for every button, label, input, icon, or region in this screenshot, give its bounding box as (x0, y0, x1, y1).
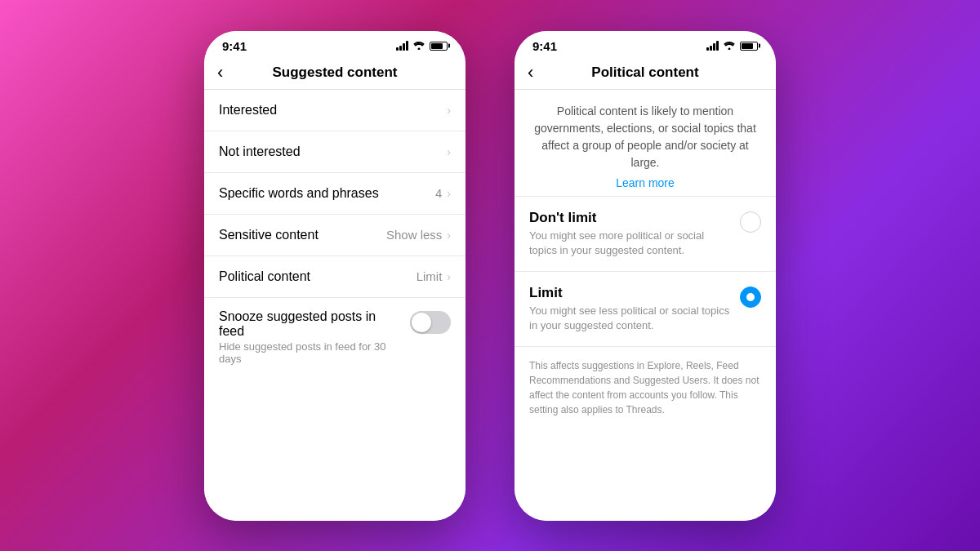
menu-value-sensitive: Show less (386, 228, 442, 242)
menu-item-specific-words[interactable]: Specific words and phrases 4 › (204, 173, 466, 215)
menu-label-interested: Interested (219, 103, 277, 118)
menu-right-not-interested: › (447, 145, 451, 158)
nav-title-1: Suggested content (272, 64, 397, 81)
chevron-icon-not-interested: › (447, 145, 451, 158)
chevron-icon-specific-words: › (447, 187, 451, 200)
learn-more-link[interactable]: Learn more (531, 176, 760, 189)
option-dont-limit[interactable]: Don't limit You might see more political… (514, 197, 776, 272)
menu-item-sensitive[interactable]: Sensitive content Show less › (204, 215, 466, 256)
radio-sublabel-limit: You might see less political or social t… (529, 304, 730, 333)
phone-suggested-content: 9:41 ‹ Suggested content (204, 31, 466, 521)
radio-circle-dont-limit[interactable] (740, 211, 761, 233)
status-icons-2 (706, 40, 758, 52)
battery-icon-2 (740, 42, 758, 51)
menu-right-specific-words: 4 › (435, 186, 451, 200)
battery-icon-1 (430, 42, 448, 51)
menu-label-specific-words: Specific words and phrases (219, 186, 379, 201)
menu-item-not-interested[interactable]: Not interested › (204, 131, 466, 173)
wifi-icon-2 (723, 40, 736, 52)
radio-sublabel-dont-limit: You might see more political or social t… (529, 229, 730, 258)
nav-header-1: ‹ Suggested content (204, 58, 466, 90)
chevron-icon-political: › (447, 270, 451, 283)
menu-value-political: Limit (416, 269, 443, 283)
nav-title-2: Political content (591, 64, 698, 81)
back-button-1[interactable]: ‹ (217, 62, 223, 83)
toggle-label: Snooze suggested posts in feed (219, 309, 400, 339)
back-button-2[interactable]: ‹ (528, 62, 533, 83)
nav-header-2: ‹ Political content (514, 58, 776, 90)
status-time-2: 9:41 (532, 39, 557, 53)
wifi-icon-1 (412, 40, 425, 52)
chevron-icon-interested: › (447, 104, 451, 117)
description-text: Political content is likely to mention g… (531, 103, 760, 171)
menu-item-interested[interactable]: Interested › (204, 90, 466, 131)
signal-icon-2 (706, 41, 719, 51)
toggle-sublabel: Hide suggested posts in feed for 30 days (219, 340, 400, 365)
status-time-1: 9:41 (222, 39, 247, 53)
radio-text-dont-limit: Don't limit You might see more political… (529, 210, 740, 258)
menu-right-political: Limit › (416, 269, 451, 283)
option-limit[interactable]: Limit You might see less political or so… (514, 272, 776, 347)
menu-label-sensitive: Sensitive content (219, 228, 318, 242)
menu-item-political[interactable]: Political content Limit › (204, 256, 466, 298)
menu-right-sensitive: Show less › (386, 228, 451, 242)
signal-icon-1 (396, 41, 408, 51)
chevron-icon-sensitive: › (447, 229, 451, 242)
content-area-2: Political content is likely to mention g… (514, 90, 776, 521)
radio-circle-limit[interactable] (740, 287, 761, 308)
status-bar-1: 9:41 (204, 31, 466, 58)
content-area-1: Interested › Not interested › Specific w… (204, 90, 466, 521)
snooze-toggle[interactable] (410, 311, 451, 334)
radio-label-limit: Limit (529, 285, 730, 301)
menu-right-interested: › (447, 104, 451, 117)
menu-value-specific-words: 4 (435, 186, 442, 200)
footer-note: This affects suggestions in Explore, Ree… (514, 347, 776, 429)
description-block: Political content is likely to mention g… (514, 90, 776, 197)
radio-text-limit: Limit You might see less political or so… (529, 285, 740, 333)
toggle-knob (412, 313, 431, 332)
radio-label-dont-limit: Don't limit (529, 210, 730, 226)
toggle-row-snooze: Snooze suggested posts in feed Hide sugg… (204, 298, 466, 376)
phone-political-content: 9:41 ‹ Political content (514, 31, 776, 521)
status-bar-2: 9:41 (514, 31, 776, 58)
status-icons-1 (396, 40, 448, 52)
toggle-text-group: Snooze suggested posts in feed Hide sugg… (219, 309, 410, 365)
menu-label-political: Political content (219, 269, 310, 284)
menu-label-not-interested: Not interested (219, 144, 301, 159)
